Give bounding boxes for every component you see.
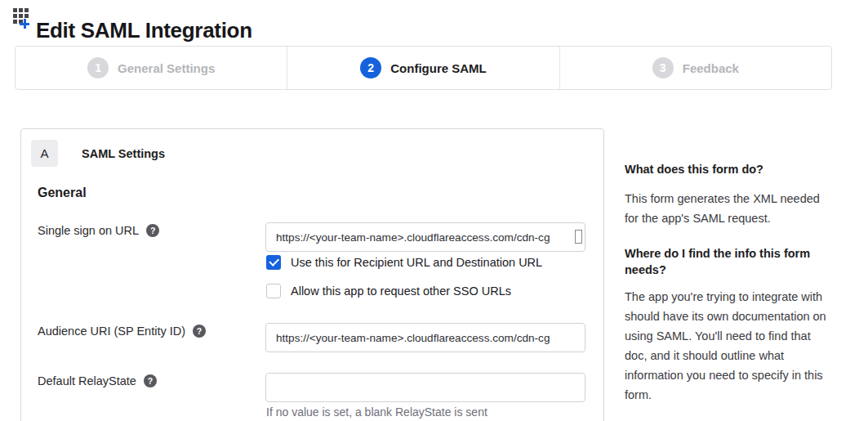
step-label: General Settings [118,61,215,75]
help-body-where: The app you're trying to integrate with … [625,287,830,405]
relay-state-input-wrap [265,373,585,402]
step-number-badge: 3 [652,57,674,78]
step-general-settings[interactable]: 1 General Settings [16,47,287,89]
help-icon[interactable]: ? [193,325,206,338]
relay-state-helper-text: If no value is set, a blank RelayState i… [266,405,487,419]
audience-uri-label-row: Audience URI (SP Entity ID) ? [38,325,206,338]
checkbox-checked-icon[interactable] [266,255,281,270]
page-title: Edit SAML Integration [36,18,252,43]
wizard-steps-bar: 1 General Settings 2 Configure SAML 3 Fe… [15,46,832,90]
audience-uri-input-wrap [265,323,585,352]
group-heading-general: General [38,186,87,200]
help-heading-where: Where do I find the info this form needs… [625,245,830,278]
step-configure-saml[interactable]: 2 Configure SAML [287,47,559,89]
audience-uri-label: Audience URI (SP Entity ID) [38,325,185,338]
step-label: Configure SAML [390,61,487,75]
sso-url-input[interactable] [265,222,585,252]
step-number-badge: 2 [360,57,381,78]
section-title: SAML Settings [82,147,165,160]
other-sso-urls-checkbox-label: Allow this app to request other SSO URLs [291,284,511,298]
help-icon[interactable]: ? [144,374,157,387]
relay-state-label: Default RelayState [38,374,136,387]
recipient-url-checkbox-row[interactable]: Use this for Recipient URL and Destinati… [266,255,542,270]
step-label: Feedback [683,61,739,75]
help-heading-what: What does this form do? [625,161,830,177]
text-cursor [575,230,582,244]
saml-settings-card: A SAML Settings General Single sign on U… [20,128,604,421]
help-body-what: This form generates the XML needed for t… [625,189,830,228]
plus-icon [20,19,29,29]
help-side-panel: What does this form do? This form genera… [625,161,830,405]
step-number-badge: 1 [87,57,109,78]
checkbox-unchecked-icon[interactable] [266,284,281,298]
relay-state-label-row: Default RelayState ? [38,374,157,387]
app-grid-plus-icon [13,8,36,29]
other-sso-urls-checkbox-row[interactable]: Allow this app to request other SSO URLs [266,284,511,298]
sso-url-input-wrap [265,222,585,252]
step-feedback[interactable]: 3 Feedback [560,47,831,89]
section-badge: A [31,140,58,167]
relay-state-input[interactable] [265,373,585,402]
recipient-url-checkbox-label: Use this for Recipient URL and Destinati… [291,256,542,269]
sso-url-label: Single sign on URL [38,224,139,237]
help-icon[interactable]: ? [146,224,159,237]
audience-uri-input[interactable] [265,323,585,352]
sso-url-label-row: Single sign on URL ? [38,224,159,237]
